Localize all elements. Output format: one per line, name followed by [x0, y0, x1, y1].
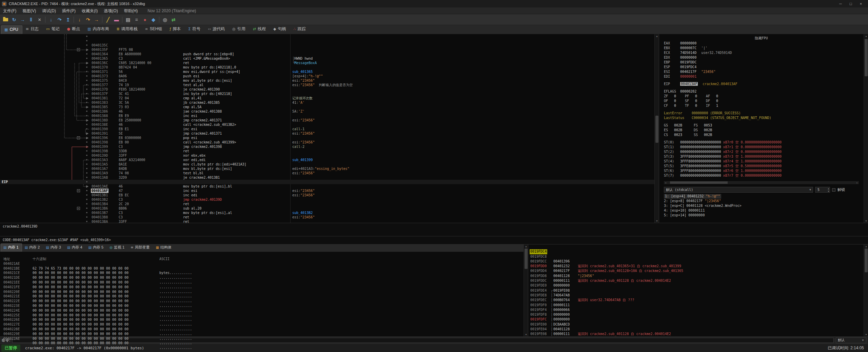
stack-row[interactable]: 0019FDE8 │ 00000111 — [528, 288, 864, 293]
hide-fpu-button[interactable]: 隐藏FPU — [664, 35, 859, 41]
scroll-down-arrow[interactable]: ▼ — [864, 219, 868, 223]
argument-row[interactable]: 5: [esp+14] 00000000 — [664, 213, 705, 217]
scroll-up-arrow[interactable]: ▲ — [864, 245, 868, 248]
restart-icon[interactable]: ↻ — [10, 16, 18, 24]
dump-row[interactable]: 0040223E 00 00 00 00 00 00 00 00 00 00 0… — [0, 299, 524, 304]
dump-row[interactable]: 0040221E 00 00 00 00 00 00 00 00 00 00 0… — [0, 290, 524, 294]
open-file-icon[interactable] — [1, 16, 10, 24]
stack-row[interactable]: 0019FDF0 │ 00000000 — [528, 298, 864, 302]
dump-row[interactable]: 004021EE 00 00 00 00 00 00 00 00 00 00 0… — [0, 275, 524, 280]
disasm-row[interactable]: 0040139D 8A8F A3214000 mov cl,byte ptr d… — [0, 144, 654, 149]
breakpoint-bullet[interactable] — [86, 194, 87, 196]
breakpoint-bullet[interactable] — [86, 97, 87, 99]
fpu-register-row[interactable]: ST(1)00000000000000000000 x87r1 空 0.0000… — [664, 145, 864, 150]
breakpoint-bullet[interactable] — [86, 124, 87, 125]
register-row-EDI[interactable]: EDI00000001 — [664, 74, 864, 79]
breakpoint-bullet[interactable] — [86, 128, 87, 130]
fpu-register-row[interactable]: ST(5)3FFE8000000000000000 x87r5 空 0.5000… — [664, 164, 864, 169]
disasm-row[interactable]: 004013B8 33FF xor edi,edi sub_4013B8 — [0, 206, 654, 211]
tab-SEH链[interactable]: ∞ SEH链 — [142, 24, 166, 34]
disasm-row[interactable]: 00401391 E8 03000000 call <crackme2.sub_… — [0, 122, 654, 127]
last-status-row[interactable]: LastStatusC0000034 (STATUS_OBJECT_NAME_N… — [664, 116, 864, 120]
scrollbar-thumb[interactable] — [865, 249, 868, 272]
scroll-up-arrow[interactable]: ▲ — [864, 34, 868, 38]
dump-row[interactable]: 004022AE 00 00 00 00 00 00 00 00 00 00 0… — [0, 332, 524, 336]
breakpoint-bullet[interactable] — [86, 119, 87, 121]
argument-row[interactable]: 3: [esp+C] 00401128 <crackme2.WndProc> — [664, 204, 742, 208]
collapse-box-icon[interactable]: − — [77, 48, 80, 51]
disasm-row[interactable]: 004013A5 84DB test bl,bl — [0, 153, 654, 158]
disasm-row[interactable]: 00401377 FE05 18214000 inc byte ptr ds:[… — [0, 74, 654, 78]
dump-tab-内存 2[interactable]: ▤ 内存 2 — [22, 243, 43, 252]
fpu-register-row[interactable]: ST(0)00000000000000000000 x87r0 空 0.0000… — [664, 140, 864, 145]
pause-icon[interactable]: ‖ — [27, 16, 35, 24]
stop-icon[interactable]: × — [35, 16, 44, 24]
breakpoint-bullet[interactable] — [86, 53, 87, 55]
graph-icon[interactable]: ◆ — [149, 16, 158, 24]
calling-convention-combo[interactable]: 默认 (stdcall)▼ — [664, 187, 813, 193]
menu-item[interactable]: 调试(D) — [39, 7, 59, 14]
tab-符号[interactable]: Σ 符号 — [185, 24, 204, 34]
register-row-EBP[interactable]: EBP0019FDDC — [664, 60, 864, 65]
dump-row[interactable]: 0040227E 00 00 00 00 00 00 00 00 00 00 0… — [0, 317, 524, 322]
stack-row[interactable]: 0019FDD4 00000111 — [528, 264, 864, 269]
breakpoint-bullet[interactable] — [86, 133, 87, 134]
register-row-ESI[interactable]: ESI0040217F"23456" — [664, 70, 864, 74]
stack-row[interactable]: 0019FDDC 0019FE08 — [528, 274, 864, 278]
fpu-register-row[interactable]: ST(7)00000000000000000000 x87r7 空 0.0000… — [664, 173, 864, 178]
breakpoint-bullet[interactable] — [86, 106, 87, 107]
dump-row[interactable]: 004021DE 00 00 00 00 00 00 00 00 00 00 0… — [0, 271, 524, 275]
breakpoint-bullet[interactable] — [86, 168, 87, 169]
breakpoint-bullet[interactable] — [86, 49, 87, 50]
maximize-button[interactable]: □ — [846, 1, 856, 7]
dump-tab-结构体[interactable]: ▦ 结构体 — [153, 243, 175, 252]
stack-panel[interactable]: 0019FDC4 00401396 返回到 crackme2.sub_40136… — [528, 245, 864, 336]
tab-调用堆栈[interactable]: ≣ 调用堆栈 — [113, 24, 141, 34]
breakpoint-bullet[interactable] — [86, 102, 87, 103]
stack-row[interactable]: 0019FDFC │ 00401128 返回到 crackme2.sub_401… — [528, 312, 864, 317]
stack-row[interactable]: 0019FDE4 │ 000B0764 — [528, 283, 864, 288]
breakpoint-bullet[interactable] — [86, 137, 87, 138]
scrollbar-thumb[interactable] — [655, 116, 658, 143]
threads-icon[interactable]: ⇄ — [169, 16, 178, 24]
disasm-row[interactable]: 004013A3 8A1E mov bl,byte ptr ds:[esi] e… — [0, 149, 654, 153]
menu-item[interactable]: 选项(O) — [101, 7, 121, 14]
argument-row[interactable]: 4: [esp+10] 00000111 — [664, 209, 705, 212]
breakpoint-bullet[interactable] — [86, 172, 87, 174]
flags-row[interactable]: ZF0PF0AF0 — [664, 94, 864, 99]
breakpoint-bullet[interactable] — [86, 111, 87, 112]
breakpoint-bullet[interactable] — [86, 58, 87, 59]
breakpoint-bullet[interactable] — [86, 40, 87, 41]
dump-row[interactable]: 004021FE 00 00 00 00 00 00 00 00 00 00 0… — [0, 280, 524, 285]
scrollbar-thumb[interactable] — [525, 249, 528, 269]
fpu-register-row[interactable]: ST(3)3FFF8000000000000000 x87r3 空 1.0000… — [664, 154, 864, 159]
trace-into-icon[interactable]: ↓ — [75, 16, 84, 24]
breakpoint-bullet[interactable] — [86, 190, 87, 191]
fpu-register-row[interactable]: ST(2)00000000000000000000 x87r2 空 0.0000… — [664, 150, 864, 154]
register-row-EBX[interactable]: EBX0000007C'|' — [664, 46, 864, 51]
dump-tab-局部变量[interactable]: ≡ 局部变量 — [128, 243, 153, 252]
lock-checkbox[interactable] — [832, 188, 835, 192]
stack-row[interactable]: 0019FDE0 ┌ 74D647AB 返回到 user32.74D647AB … — [528, 278, 864, 283]
stack-row[interactable]: 0019FDC8 00401232 返回到 crackme2.sub_40112… — [528, 249, 864, 254]
tab-日志[interactable]: ≡ 日志 — [22, 24, 43, 34]
flags-row[interactable]: OF0SF0DF0 — [664, 99, 864, 103]
disasm-row[interactable]: 00401385 46 inc esi esi:"23456" — [0, 96, 654, 100]
disasm-row[interactable]: 004013AB 881E mov byte ptr ds:[esi],bl e… — [0, 167, 654, 171]
dump-row[interactable]: 0040225E 00 00 00 00 00 00 00 00 00 00 0… — [0, 308, 524, 313]
tab-脚本[interactable]: ƒ 脚本 — [166, 24, 185, 34]
command-script-combo[interactable]: 默认▼ — [836, 337, 866, 343]
disasm-row[interactable]: 00401365 C605 18214000 00 mov byte ptr d… — [0, 47, 654, 52]
tab-内存布局[interactable]: ▥ 内存布局 — [84, 24, 113, 34]
disasm-row[interactable]: 0040138E EB E1 jmp crackme2.401371 — [0, 114, 654, 118]
disasm-row[interactable]: 00401364 C3 ret — [0, 43, 654, 47]
breakpoint-bullet[interactable] — [86, 84, 87, 85]
breakpoint-bullet[interactable] — [86, 216, 87, 218]
dump-row[interactable]: 004021AE 62 79 74 65 73 00 00 00 00 00 0… — [0, 257, 524, 261]
scrollbar-thumb[interactable] — [670, 181, 728, 184]
disasm-row[interactable]: 0040136C 8B7424 04 mov esi,dword ptr ss:… — [0, 52, 654, 56]
disasm-row[interactable]: 0040138D 46 inc esi esi:"23456" — [0, 109, 654, 114]
scroll-down-arrow[interactable]: ▼ — [864, 333, 868, 336]
disasm-row[interactable]: 00401398 C3 ret — [0, 131, 654, 136]
register-row-EIP[interactable]: EIP004013AFcrackme2.004013AF — [664, 82, 864, 86]
